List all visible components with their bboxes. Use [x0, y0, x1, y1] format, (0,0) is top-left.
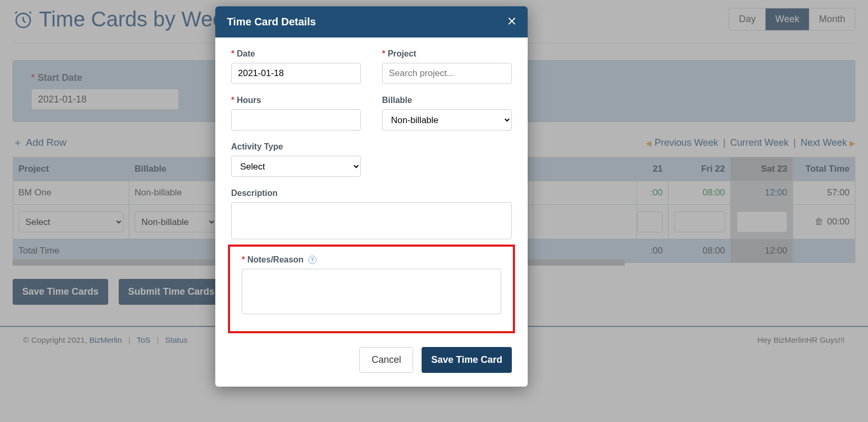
timecard-details-modal: Time Card Details Date Project Hours Bil…	[215, 6, 528, 378]
project-label: Project	[382, 49, 512, 59]
description-label: Description	[231, 189, 512, 198]
billable-select[interactable]: Non-billable	[382, 109, 512, 130]
activity-label: Activity Type	[231, 142, 361, 152]
modal-title: Time Card Details	[227, 16, 316, 28]
help-icon[interactable]: ?	[308, 256, 317, 264]
billable-label: Billable	[382, 96, 512, 105]
date-label: Date	[231, 49, 361, 59]
notes-label: Notes/Reason ?	[242, 255, 501, 265]
save-timecard-button[interactable]: Save Time Card	[422, 347, 512, 373]
cancel-button[interactable]: Cancel	[359, 347, 413, 373]
notes-textarea[interactable]	[242, 269, 501, 314]
project-input[interactable]	[382, 63, 512, 84]
close-icon[interactable]	[508, 17, 516, 27]
hours-input[interactable]	[231, 109, 361, 130]
description-textarea[interactable]	[231, 202, 512, 239]
notes-highlight-box: Notes/Reason ?	[228, 245, 515, 333]
activity-select[interactable]: Select	[231, 156, 361, 177]
date-input[interactable]	[231, 63, 361, 84]
hours-label: Hours	[231, 96, 361, 105]
